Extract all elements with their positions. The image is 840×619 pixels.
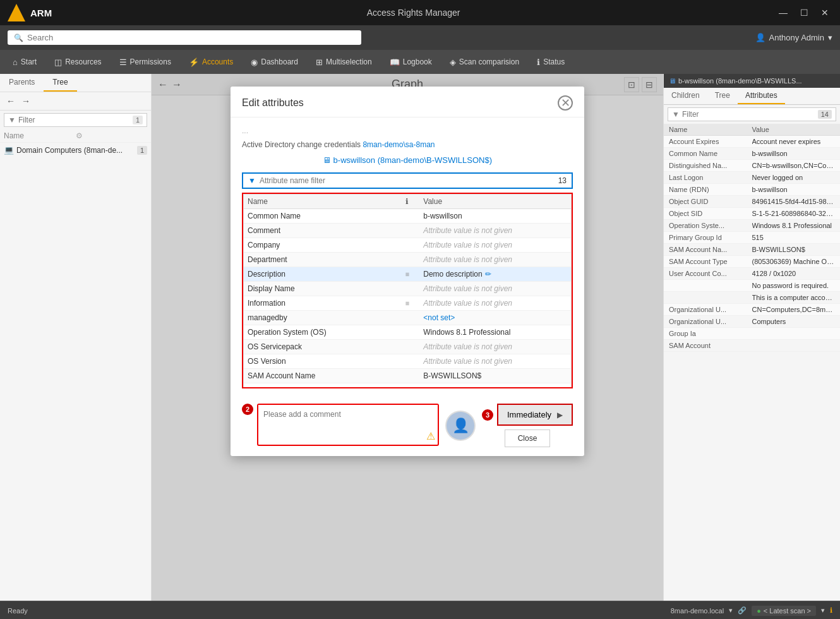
user-avatar: 👤 <box>445 411 476 441</box>
rp-attr-value: Computers <box>752 318 836 325</box>
scan-dropdown-icon[interactable]: ▾ <box>821 606 825 615</box>
nav-status[interactable]: ℹ Status <box>529 54 572 71</box>
rp-attr-row: This is a computer account for a... <box>664 292 840 304</box>
attr-table-row[interactable]: OS VersionAttribute value is not given <box>244 354 571 369</box>
rp-attr-value: 4128 / 0x1020 <box>752 270 836 277</box>
attr-row-value: Attribute value is not given <box>423 386 567 388</box>
app-title: Access Rights Manager <box>367 8 460 18</box>
home-icon: ⌂ <box>13 57 18 67</box>
attr-row-value: Windows 8.1 Professional <box>423 328 567 337</box>
user-info[interactable]: 👤 Anthony Admin ▾ <box>755 33 832 42</box>
modal-footer: 2 ⚠ 👤 3 <box>231 397 584 456</box>
rp-attr-row: Primary Group Id515 <box>664 232 840 244</box>
rp-attr-list: Name Value Account ExpiresAccount never … <box>664 124 840 601</box>
left-panel: Parents Tree ← → ▼ 1 Name ⚙ 💻 Domain Com… <box>0 74 152 601</box>
back-arrow[interactable]: ← <box>4 95 18 107</box>
nav-start[interactable]: ⌂ Start <box>5 54 44 71</box>
nav-permissions-label: Permissions <box>130 57 171 66</box>
scan-badge: ● < Latest scan > <box>752 606 816 616</box>
attr-row-name: Description <box>248 270 392 279</box>
attr-row-name: Information <box>248 299 392 308</box>
attr-table-container: Name ℹ Value Common Nameb-wswillsonComme… <box>242 193 573 388</box>
search-input[interactable] <box>27 33 355 42</box>
nav-accounts[interactable]: ⚡ Accounts <box>181 54 241 71</box>
forward-arrow[interactable]: → <box>19 95 33 107</box>
status-ready: Ready <box>8 607 28 615</box>
rp-filter-input[interactable] <box>682 110 815 119</box>
immediately-button[interactable]: Immediately ▶ <box>497 404 573 426</box>
rp-attr-row: Distinguished Na...CN=b-wswillson,CN=Com… <box>664 160 840 172</box>
attr-table: Name ℹ Value Common Nameb-wswillsonComme… <box>243 194 572 388</box>
attr-row-value: Attribute value is not given <box>423 342 567 351</box>
nav-logbook[interactable]: 📖 Logbook <box>382 54 440 71</box>
nav-status-label: Status <box>543 57 565 66</box>
attr-row-name: Common Name <box>248 212 392 220</box>
scan-icon: ◈ <box>450 57 456 67</box>
attr-row-name: Comment <box>248 226 392 235</box>
attr-row-name: OS Servicepack <box>248 342 392 351</box>
attr-table-row[interactable]: OS ServicepackAttribute value is not giv… <box>244 340 571 354</box>
credentials-link[interactable]: 8man-demo\sa-8man <box>363 140 435 149</box>
close-button[interactable]: ✕ <box>817 6 832 19</box>
tree-item[interactable]: 💻 Domain Computers (8man-de... 1 <box>0 143 151 157</box>
attr-table-row[interactable]: CommentAttribute value is not given <box>244 224 571 238</box>
attr-filter-input[interactable] <box>260 176 555 185</box>
app-logo-icon <box>8 4 25 21</box>
attr-row-value[interactable]: Demo description✏ <box>423 270 567 279</box>
attr-table-row[interactable]: CompanyAttribute value is not given <box>244 238 571 253</box>
attr-table-row[interactable]: Description≡Demo description✏ <box>244 267 571 282</box>
attr-table-row[interactable]: managedby<not set> <box>244 311 571 325</box>
accounts-icon: ⚡ <box>189 57 199 67</box>
network-icon: 🔗 <box>738 606 747 615</box>
tab-tree-rp[interactable]: Tree <box>707 88 738 104</box>
rp-attr-name <box>669 294 752 301</box>
attr-table-row[interactable]: Display NameAttribute value is not given <box>244 282 571 296</box>
rp-attr-value: 515 <box>752 234 836 241</box>
tab-parents[interactable]: Parents <box>0 74 44 92</box>
rp-attr-name: SAM Account Na... <box>669 246 752 253</box>
tree-header: Name ⚙ <box>0 129 151 143</box>
attr-table-row[interactable]: Information≡Attribute value is not given <box>244 296 571 311</box>
nav-multiselection[interactable]: ⊞ Multiselection <box>308 54 380 71</box>
edit-icon[interactable]: ✏ <box>485 270 491 279</box>
rp-attr-row: Group Ia <box>664 328 840 340</box>
tab-attributes[interactable]: Attributes <box>738 88 785 104</box>
search-box: 🔍 <box>8 30 361 45</box>
rp-attr-name: Account Expires <box>669 138 752 145</box>
left-panel-tabs: Parents Tree <box>0 74 151 92</box>
rp-attr-row: No password is required. <box>664 280 840 292</box>
modal-close-button[interactable]: ✕ <box>558 95 573 111</box>
nav-start-label: Start <box>21 57 37 66</box>
resources-icon: ◫ <box>54 57 62 67</box>
comment-textarea[interactable] <box>258 405 438 443</box>
permissions-icon: ☰ <box>119 57 127 67</box>
window-controls: — ☐ ✕ <box>775 6 832 19</box>
step-badge-3: 3 <box>482 409 493 421</box>
status-right: 8man-demo.local ▾ 🔗 ● < Latest scan > ▾ … <box>671 606 832 616</box>
status-icon: ℹ <box>537 57 540 67</box>
step-badge-2: 2 <box>242 404 253 415</box>
attr-table-row[interactable]: DepartmentAttribute value is not given <box>244 253 571 267</box>
tree-item-label: Domain Computers (8man-de... <box>16 146 135 155</box>
attr-table-row[interactable]: Script-PathAttribute value is not given <box>244 383 571 388</box>
nav-resources[interactable]: ◫ Resources <box>47 54 109 71</box>
status-bar: Ready 8man-demo.local ▾ 🔗 ● < Latest sca… <box>0 601 840 619</box>
rp-monitor-icon: 🖥 <box>669 77 676 85</box>
minimize-button[interactable]: — <box>775 6 791 19</box>
tab-tree[interactable]: Tree <box>44 74 76 92</box>
nav-dashboard[interactable]: ◉ Dashboard <box>243 54 306 71</box>
rp-attr-value: S-1-5-21-608986840-321788923... <box>752 210 836 217</box>
maximize-button[interactable]: ☐ <box>796 6 812 19</box>
attr-table-row[interactable]: Operation System (OS)Windows 8.1 Profess… <box>244 325 571 340</box>
search-icon: 🔍 <box>14 33 23 42</box>
dropdown-icon[interactable]: ▾ <box>729 606 733 615</box>
left-filter-input[interactable] <box>18 116 130 124</box>
close-button[interactable]: Close <box>505 430 551 447</box>
modal-account: 🖥 b-wswillson (8man-demo\B-WSWILLSON$) <box>242 155 573 165</box>
tab-children[interactable]: Children <box>664 88 707 104</box>
attr-table-row[interactable]: Common Nameb-wswillson <box>244 209 571 224</box>
nav-permissions[interactable]: ☰ Permissions <box>112 54 179 71</box>
attr-table-row[interactable]: SAM Account NameB-WSWILLSON$ <box>244 369 571 383</box>
rp-attr-name: Common Name <box>669 150 752 157</box>
nav-scancomparison[interactable]: ◈ Scan comparision <box>442 54 527 71</box>
